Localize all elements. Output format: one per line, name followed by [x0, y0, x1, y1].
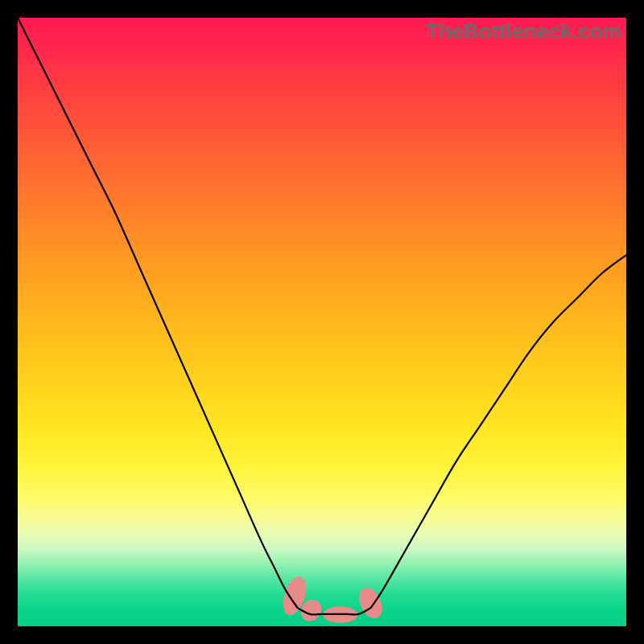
chart-svg: [18, 18, 626, 626]
valley-blobs: [279, 574, 386, 625]
curve-left-branch: [18, 18, 298, 608]
curve-right-branch: [370, 255, 626, 608]
outer-frame: TheBottleneck.com: [0, 0, 644, 644]
plot-area: TheBottleneck.com: [18, 18, 626, 626]
